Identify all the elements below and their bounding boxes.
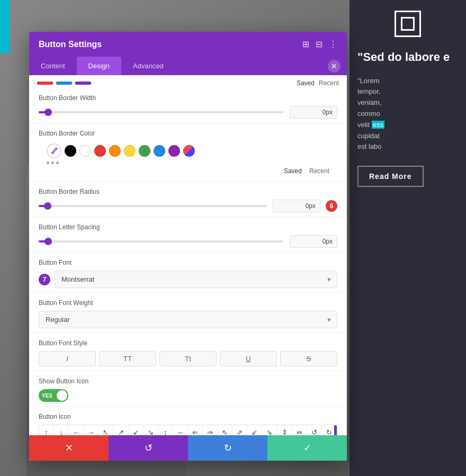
modal-footer: ✕ ↺ ↻ ✓ — [29, 435, 347, 461]
icon-arr-nw[interactable]: ⇖ — [218, 425, 232, 435]
border-width-track[interactable] — [39, 111, 283, 113]
border-width-input[interactable] — [290, 106, 337, 119]
recent-label-top[interactable]: Recent — [319, 79, 339, 87]
teal-accent-bar — [0, 0, 10, 53]
border-radius-badge: 6 — [326, 200, 337, 212]
font-label: Button Font — [39, 259, 337, 266]
font-row: 7 Montserrat Open Sans Roboto Lato ▼ — [39, 271, 337, 288]
font-weight-label: Button Font Weight — [39, 299, 337, 307]
redo-button[interactable]: ↻ — [188, 435, 267, 461]
border-width-thumb[interactable] — [44, 109, 52, 116]
cancel-icon: ✕ — [65, 442, 73, 454]
border-radius-input[interactable] — [273, 200, 320, 212]
icon-updown[interactable]: ↕ — [158, 425, 173, 435]
icon-ne[interactable]: ↗ — [113, 425, 128, 435]
icon-left[interactable]: ← — [69, 425, 84, 435]
border-color-saved-recent: Saved Recent — [39, 167, 337, 177]
button-icon-section: Button Icon ↑ ↓ ← → ↖ ↗ ↙ ↘ ↕ ↔ ⇐ ⇒ ⇖ ⇗ — [29, 407, 347, 435]
expand-icon[interactable]: ⊞ — [302, 39, 309, 49]
font-style-strikethrough[interactable]: S — [280, 351, 337, 366]
color-bar-blue — [56, 82, 72, 85]
color-bar-purple — [75, 82, 91, 85]
border-width-label: Button Border Width — [39, 94, 337, 102]
icon-arr-updown[interactable]: ⇕ — [277, 425, 292, 435]
border-color-recent[interactable]: Recent — [309, 167, 329, 175]
icon-right[interactable]: → — [84, 425, 98, 435]
font-select-wrapper: Montserrat Open Sans Roboto Lato ▼ — [55, 271, 337, 288]
read-more-button[interactable]: Read More — [357, 160, 458, 187]
letter-spacing-track[interactable] — [39, 240, 283, 243]
font-style-italic[interactable]: I — [39, 351, 96, 366]
icon-arr-sw[interactable]: ⇙ — [247, 425, 262, 435]
font-section: Button Font 7 Montserrat Open Sans Robot… — [29, 253, 347, 293]
body-text: "Loremtempor,veniam,commovelit esscupida… — [357, 76, 458, 153]
letter-spacing-section: Button Letter Spacing — [29, 217, 347, 253]
font-badge: 7 — [39, 274, 50, 285]
eyedropper-button[interactable] — [47, 143, 61, 158]
save-button[interactable]: ✓ — [267, 435, 347, 461]
swatch-orange[interactable] — [109, 145, 121, 157]
tab-advanced[interactable]: Advanced — [121, 57, 175, 75]
icon-up[interactable]: ↑ — [39, 425, 54, 435]
icon-grid-scrollbar[interactable] — [334, 425, 337, 435]
modal-title: Button Settings — [39, 40, 102, 49]
icon-se[interactable]: ↘ — [144, 425, 158, 435]
swatch-red[interactable] — [94, 145, 106, 157]
icon-down[interactable]: ↓ — [54, 425, 69, 435]
quote-text: "Sed do labore e — [357, 50, 458, 65]
dot3 — [56, 161, 59, 164]
icon-leftright[interactable]: ↔ — [173, 425, 188, 435]
font-style-underline[interactable]: U — [220, 351, 277, 366]
top-saved-recent-row: Saved Recent — [29, 75, 347, 88]
swatch-blue[interactable] — [154, 145, 165, 157]
letter-spacing-label: Button Letter Spacing — [39, 223, 337, 231]
icon-arr-ne[interactable]: ⇗ — [232, 425, 247, 435]
letter-spacing-thumb[interactable] — [44, 238, 52, 245]
border-radius-track[interactable] — [39, 205, 267, 207]
icon-arr-se[interactable]: ⇘ — [262, 425, 277, 435]
columns-icon[interactable]: ⊟ — [316, 39, 322, 49]
font-style-capitalize[interactable]: Tt — [159, 351, 217, 366]
border-radius-section: Button Border Radius 6 — [29, 182, 347, 217]
redo-icon: ↻ — [224, 442, 232, 454]
swatch-purple[interactable] — [168, 145, 180, 157]
icon-arr-lr[interactable]: ⇔ — [292, 425, 307, 435]
icon-arr-left[interactable]: ⇐ — [188, 425, 203, 435]
font-select[interactable]: Montserrat Open Sans Roboto Lato — [55, 271, 337, 288]
icon-nw[interactable]: ↖ — [98, 425, 113, 435]
swatch-yellow[interactable] — [124, 145, 136, 157]
swatch-gradient[interactable] — [183, 145, 195, 157]
dot2 — [51, 161, 54, 164]
icon-arr-right[interactable]: ⇒ — [203, 425, 218, 435]
border-color-saved[interactable]: Saved — [284, 167, 302, 175]
border-radius-thumb[interactable] — [44, 202, 51, 210]
icon-row-1: ↑ ↓ ← → ↖ ↗ ↙ ↘ ↕ ↔ ⇐ ⇒ ⇖ ⇗ ⇙ ⇘ ⇕ — [39, 425, 337, 435]
save-icon: ✓ — [303, 442, 311, 454]
icon-ccw[interactable]: ↺ — [307, 425, 322, 435]
toggle-yes-label: YES — [40, 393, 55, 399]
show-icon-toggle[interactable]: YES — [39, 389, 68, 402]
scrollbar-thumb — [334, 425, 337, 435]
letter-spacing-input[interactable] — [290, 235, 337, 248]
font-weight-select[interactable]: Regular Bold Light 600 — [39, 311, 337, 328]
border-color-section: Button Border Color — [29, 123, 347, 182]
font-style-uppercase[interactable]: TT — [99, 351, 156, 366]
modal-header: Button Settings ⊞ ⊟ ⋮ — [29, 32, 347, 57]
letter-spacing-slider-row — [39, 235, 337, 248]
border-radius-slider-row: 6 — [39, 200, 337, 212]
border-color-label: Button Border Color — [39, 130, 337, 137]
cancel-button[interactable]: ✕ — [29, 435, 109, 461]
icon-grid: ↑ ↓ ← → ↖ ↗ ↙ ↘ ↕ ↔ ⇐ ⇒ ⇖ ⇗ ⇙ ⇘ ⇕ — [39, 425, 337, 435]
swatch-green[interactable] — [139, 145, 150, 157]
tab-content[interactable]: Content — [29, 57, 77, 75]
tab-design[interactable]: Design — [77, 57, 121, 75]
color-bar-red — [37, 82, 53, 85]
more-options-icon[interactable]: ⋮ — [329, 39, 337, 49]
tab-close-button[interactable]: ✕ — [328, 60, 340, 73]
border-width-slider-row — [39, 106, 337, 119]
undo-button[interactable]: ↺ — [109, 435, 188, 461]
swatch-black[interactable] — [65, 145, 76, 157]
saved-label-top[interactable]: Saved — [297, 79, 315, 87]
icon-sw[interactable]: ↙ — [129, 425, 144, 435]
swatch-white[interactable] — [79, 145, 91, 157]
